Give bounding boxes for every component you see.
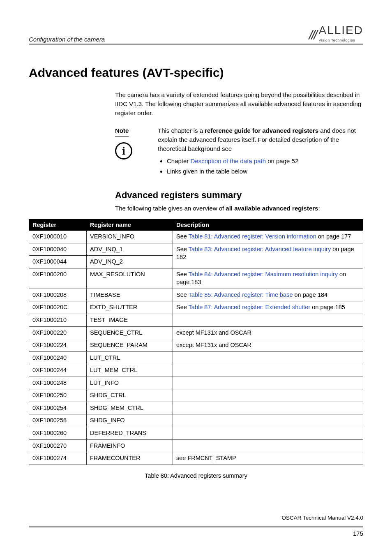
table-link[interactable]: Table 85: Advanced register: Time base	[189, 291, 293, 298]
cell-description	[173, 389, 363, 402]
cell-register-name: SHDG_INFO	[87, 414, 173, 427]
note-bullet-2: Links given in the table below	[167, 167, 363, 176]
footer-doc-title: OSCAR Technical Manual V2.4.0	[29, 515, 363, 521]
footer-page-number: 175	[29, 530, 363, 537]
cell-register: 0XF1000010	[29, 231, 87, 243]
table-row: 0XF100020C EXTD_SHUTTER See Table 87: Ad…	[29, 301, 363, 314]
cell-register-name: LUT_CTRL	[87, 352, 173, 364]
cell-register-name: SEQUENCE_CTRL	[87, 326, 173, 339]
page-title: Advanced features (AVT-specific)	[29, 66, 363, 80]
cell-description	[173, 314, 363, 326]
cell-register: 0XF1000258	[29, 414, 87, 427]
cell-register-name: VERSION_INFO	[87, 231, 173, 243]
table-row: 0XF1000208 TIMEBASE See Table 85: Advanc…	[29, 289, 363, 301]
table-caption: Table 80: Advanced registers summary	[29, 472, 363, 479]
cell-register: 0XF1000254	[29, 402, 87, 414]
table-row: 0XF1000210 TEST_IMAGE	[29, 314, 363, 326]
cell-description	[173, 377, 363, 389]
cell-description: see FRMCNT_STAMP	[173, 452, 363, 465]
cell-register-name: SEQUENCE_PARAM	[87, 339, 173, 352]
table-row: 0XF1000248 LUT_INFO	[29, 377, 363, 389]
cell-description: See Table 85: Advanced register: Time ba…	[173, 289, 363, 301]
cell-register: 0XF1000208	[29, 289, 87, 301]
th-register-name: Register name	[87, 220, 173, 231]
note-bullet-1: Chapter Description of the data path on …	[167, 157, 363, 166]
cell-description	[173, 439, 363, 452]
cell-register: 0XF1000248	[29, 377, 87, 389]
cell-register-name: LUT_MEM_CTRL	[87, 364, 173, 377]
brand-logo: /// ALLIED Vision Technologies	[309, 25, 363, 43]
cell-register: 0XF1000244	[29, 364, 87, 377]
th-register: Register	[29, 220, 87, 231]
table-row: 0XF1000258 SHDG_INFO	[29, 414, 363, 427]
cell-register: 0XF1000260	[29, 427, 87, 440]
cell-register: 0XF1000224	[29, 339, 87, 352]
page-header: Configuration of the camera /// ALLIED V…	[29, 25, 363, 45]
note-bullet-1-link[interactable]: Description of the data path	[191, 157, 266, 164]
advanced-registers-table: Register Register name Description 0XF10…	[29, 219, 363, 465]
cell-register-name: TIMEBASE	[87, 289, 173, 301]
table-header-row: Register Register name Description	[29, 220, 363, 231]
info-icon: i	[115, 142, 132, 160]
sub-intro: The following table gives an overview of…	[115, 205, 363, 212]
page-footer: OSCAR Technical Manual V2.4.0 175	[29, 515, 363, 537]
logo-sub-text: Vision Technologies	[319, 38, 355, 42]
cell-register: 0XF1000044	[29, 256, 87, 268]
cell-register-name: SHDG_CTRL	[87, 389, 173, 402]
cell-register-name: EXTD_SHUTTER	[87, 301, 173, 314]
cell-register-name: ADV_INQ_1	[87, 243, 173, 256]
cell-register-name: MAX_RESOLUTION	[87, 268, 173, 289]
note-text-prefix: This chapter is a	[158, 127, 205, 134]
cell-description: See Table 87: Advanced register: Extende…	[173, 301, 363, 314]
table-link[interactable]: Table 81: Advanced register: Version inf…	[189, 233, 316, 240]
cell-register-name: SHDG_MEM_CTRL	[87, 402, 173, 414]
cell-register: 0XF1000270	[29, 439, 87, 452]
table-row: 0XF1000260 DEFERRED_TRANS	[29, 427, 363, 440]
cell-description: See Table 81: Advanced register: Version…	[173, 231, 363, 243]
note-block: Note i This chapter is a reference guide…	[115, 126, 363, 178]
note-text-bold: reference guide for advanced registers	[205, 127, 318, 134]
note-label: Note	[115, 126, 129, 136]
cell-description	[173, 414, 363, 427]
note-body: This chapter is a reference guide for ad…	[158, 126, 363, 178]
table-link[interactable]: Table 87: Advanced register: Extended sh…	[189, 304, 311, 310]
cell-register: 0XF1000240	[29, 352, 87, 364]
table-row: 0XF1000274 FRAMECOUNTER see FRMCNT_STAMP	[29, 452, 363, 465]
table-row: 0XF1000224 SEQUENCE_PARAM except MF131x …	[29, 339, 363, 352]
cell-register-name: ADV_INQ_2	[87, 256, 173, 268]
cell-register-name: FRAMEINFO	[87, 439, 173, 452]
table-row: 0XF1000244 LUT_MEM_CTRL	[29, 364, 363, 377]
cell-register: 0XF1000220	[29, 326, 87, 339]
header-section-title: Configuration of the camera	[29, 36, 105, 43]
table-row: 0XF1000254 SHDG_MEM_CTRL	[29, 402, 363, 414]
cell-register: 0XF1000200	[29, 268, 87, 289]
cell-description	[173, 427, 363, 440]
cell-register-name: LUT_INFO	[87, 377, 173, 389]
cell-description: See Table 84: Advanced register: Maximum…	[173, 268, 363, 289]
cell-register: 0XF1000250	[29, 389, 87, 402]
table-row: 0XF1000040 ADV_INQ_1 See Table 83: Advan…	[29, 243, 363, 256]
th-description: Description	[173, 220, 363, 231]
cell-register: 0XF1000040	[29, 243, 87, 256]
table-row: 0XF1000010 VERSION_INFO See Table 81: Ad…	[29, 231, 363, 243]
cell-description	[173, 364, 363, 377]
cell-register-name: TEST_IMAGE	[87, 314, 173, 326]
table-row: 0XF1000240 LUT_CTRL	[29, 352, 363, 364]
cell-description: See Table 83: Advanced register: Advance…	[173, 243, 363, 268]
intro-paragraph: The camera has a variety of extended fea…	[115, 90, 363, 117]
cell-description: except MF131x and OSCAR	[173, 339, 363, 352]
cell-register-name: FRAMECOUNTER	[87, 452, 173, 465]
table-row: 0XF1000270 FRAMEINFO	[29, 439, 363, 452]
cell-register: 0XF1000210	[29, 314, 87, 326]
cell-register: 0XF100020C	[29, 301, 87, 314]
cell-register-name: DEFERRED_TRANS	[87, 427, 173, 440]
table-row: 0XF1000220 SEQUENCE_CTRL except MF131x a…	[29, 326, 363, 339]
cell-description: except MF131x and OSCAR	[173, 326, 363, 339]
logo-slashes-icon: ///	[309, 28, 316, 43]
table-link[interactable]: Table 83: Advanced register: Advanced fe…	[189, 246, 331, 252]
subheading: Advanced registers summary	[115, 190, 363, 201]
cell-description	[173, 402, 363, 414]
table-row: 0XF1000250 SHDG_CTRL	[29, 389, 363, 402]
cell-description	[173, 352, 363, 364]
table-link[interactable]: Table 84: Advanced register: Maximum res…	[189, 271, 338, 278]
